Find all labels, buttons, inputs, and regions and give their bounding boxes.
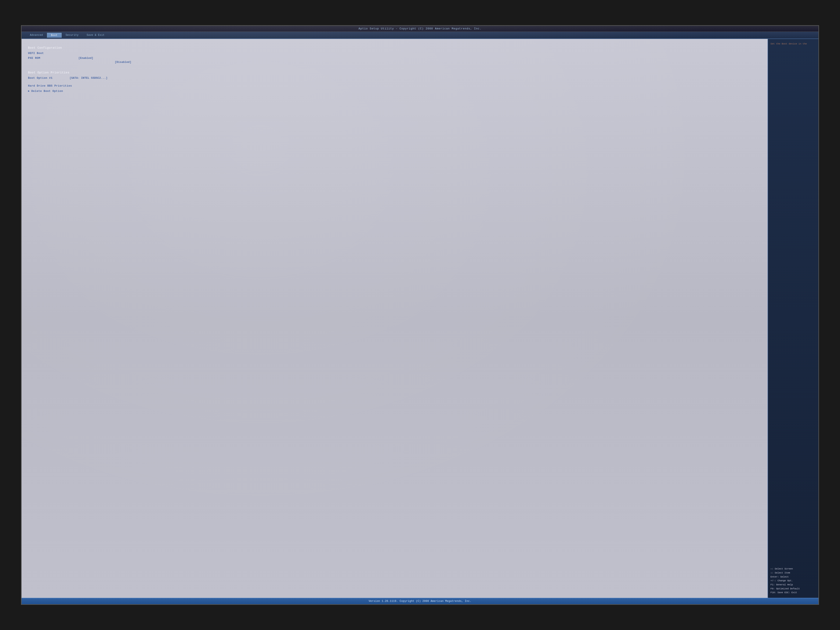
help-key-f1: F1: General Help — [771, 583, 816, 587]
nav-bar: Advanced Boot Security Save & Exit — [22, 32, 818, 39]
help-key-select-screen: ↔: Select Screen — [771, 567, 816, 571]
help-text-top: Set the Boot device in the — [771, 42, 816, 46]
pxe-rom-value-enabled: [Enabled] — [78, 57, 93, 60]
left-panel: Boot Configuration UEFI Boot PXE ROM [En… — [22, 39, 767, 598]
bottom-bar: Version 1.28.1119. Copyright (C) 2008 Am… — [22, 598, 818, 604]
menu-item-boot-option-1[interactable]: Boot Option #1 [SATA: INTEL SSDSC2...] — [28, 76, 761, 80]
help-key-enter: Enter: Select — [771, 575, 816, 579]
menu-item-hdd-bbs[interactable]: Hard Drive BBS Priorities — [28, 84, 761, 88]
version-text: Version 1.28.1119. Copyright (C) 2008 Am… — [369, 600, 471, 603]
help-key-change-opt: +/-: Change Opt. — [771, 579, 816, 583]
help-key-f10-esc: F10: Save ESC: Exit — [771, 591, 816, 595]
tab-boot[interactable]: Boot — [47, 33, 62, 38]
tab-save-exit[interactable]: Save & Exit — [82, 33, 109, 38]
arrow-icon: ► — [28, 90, 30, 93]
title-bar: Aptio Setup Utility - Copyright (C) 2008… — [22, 26, 818, 32]
menu-item-delete-boot[interactable]: ► Delete Boot Option — [28, 89, 761, 93]
tab-advanced[interactable]: Advanced — [26, 33, 47, 38]
bios-screen: Aptio Setup Utility - Copyright (C) 2008… — [21, 25, 819, 605]
help-key-select-item: ↕: Select Item — [771, 571, 816, 575]
menu-item-uefi-boot[interactable]: UEFI Boot — [28, 51, 761, 55]
pxe-rom-value2-row: [Disabled] — [28, 60, 761, 64]
section-boot-config: Boot Configuration — [28, 46, 761, 49]
pxe-rom-value-disabled: [Disabled] — [115, 60, 131, 64]
boot-option-1-value: [SATA: INTEL SSDSC2...] — [69, 76, 107, 80]
tab-security[interactable]: Security — [62, 33, 83, 38]
section-boot-priorities: Boot Option Priorities — [28, 71, 761, 74]
title-text: Aptio Setup Utility - Copyright (C) 2008… — [358, 27, 482, 30]
help-key-f9: F9: Optimized Default — [771, 587, 816, 591]
help-keys: ↔: Select Screen ↕: Select Item Enter: S… — [771, 567, 816, 595]
main-content: Boot Configuration UEFI Boot PXE ROM [En… — [22, 39, 818, 598]
menu-item-pxe-rom[interactable]: PXE ROM [Enabled] — [28, 56, 761, 60]
right-panel: Set the Boot device in the ↔: Select Scr… — [767, 39, 818, 598]
